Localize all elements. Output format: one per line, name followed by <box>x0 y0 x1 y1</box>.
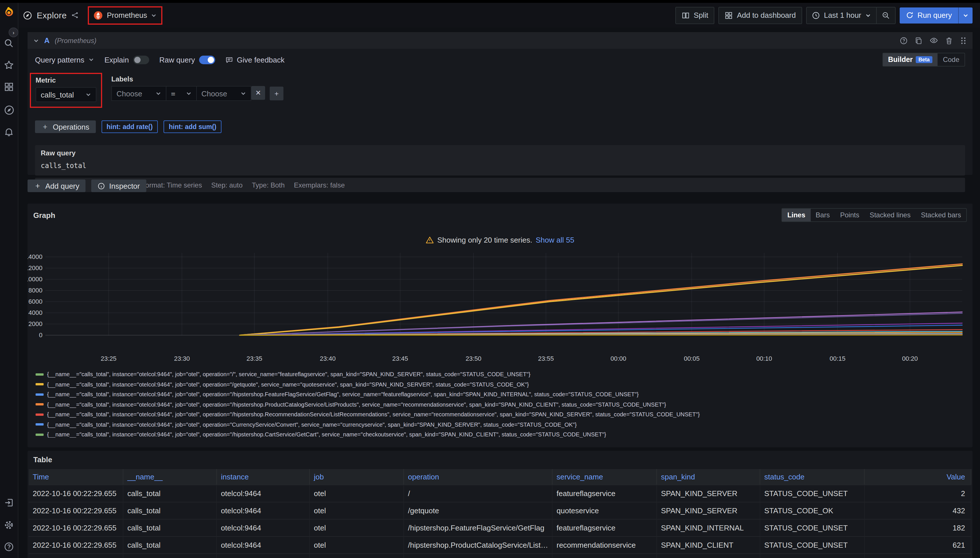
column-header-time[interactable]: Time <box>29 469 123 484</box>
sign-in-icon[interactable] <box>0 498 18 507</box>
table-cell: 182 <box>865 519 972 536</box>
column-header-job[interactable]: job <box>310 469 404 484</box>
graph-mode-stacked-lines[interactable]: Stacked lines <box>864 209 916 222</box>
x-axis-tick: 23:35 <box>247 355 262 362</box>
column-header-spankind[interactable]: span_kind <box>657 469 760 484</box>
star-icon[interactable] <box>0 60 18 70</box>
grafana-logo-icon[interactable] <box>3 6 15 18</box>
zoom-out-icon <box>882 11 890 19</box>
table-cell: calls_total <box>123 536 217 553</box>
datasource-picker[interactable]: Prometheus <box>94 11 157 20</box>
remove-label-filter-button[interactable]: ✕ <box>251 86 265 100</box>
legend-item[interactable]: {__name__="calls_total", instance="otelc… <box>36 379 973 389</box>
legend-item[interactable]: {__name__="calls_total", instance="otelc… <box>36 430 973 438</box>
legend-label: {__name__="calls_total", instance="otelc… <box>47 399 666 409</box>
graph-mode-lines[interactable]: Lines <box>782 209 811 222</box>
label-value-select[interactable]: Choose <box>197 86 251 101</box>
table-row[interactable]: 2022-10-16 00:22:29.655calls_totalotelco… <box>29 553 972 558</box>
x-axis-tick: 23:55 <box>538 355 554 362</box>
grafana-explore-app: › <box>0 0 980 558</box>
legend-label: {__name__="calls_total", instance="otelc… <box>47 389 639 399</box>
table-cell: otel <box>310 553 404 558</box>
column-header-statuscode[interactable]: status_code <box>760 469 865 484</box>
legend-swatch-icon <box>36 373 44 376</box>
apps-icon[interactable] <box>0 82 18 92</box>
explain-toggle[interactable]: Explain <box>104 55 149 64</box>
table-cell: 2022-10-16 00:22:29.655 <box>29 484 123 502</box>
chevron-down-icon <box>33 38 39 43</box>
legend-label: {__name__="calls_total", instance="otelc… <box>47 430 606 438</box>
query-hint-button[interactable]: hint: add rate() <box>101 120 158 133</box>
toggle-on <box>199 55 215 64</box>
run-query-button[interactable]: Run query <box>899 7 973 23</box>
sync-icon <box>906 11 913 19</box>
table-cell: 2022-10-16 00:22:29.655 <box>29 519 123 536</box>
gear-icon[interactable] <box>0 520 18 530</box>
label-name-select[interactable]: Choose <box>111 86 166 101</box>
label-operator-select[interactable]: = <box>166 86 197 101</box>
drag-handle-icon[interactable] <box>960 36 967 44</box>
legend-item[interactable]: {__name__="calls_total", instance="otelc… <box>36 389 973 399</box>
table-cell: otel <box>310 536 404 553</box>
legend-item[interactable]: {__name__="calls_total", instance="otelc… <box>36 420 973 430</box>
query-row-header[interactable]: A (Prometheus) <box>28 32 973 49</box>
table-row[interactable]: 2022-10-16 00:22:29.655calls_totalotelco… <box>29 536 972 553</box>
share-icon[interactable] <box>71 11 79 19</box>
table-row[interactable]: 2022-10-16 00:22:29.655calls_totalotelco… <box>29 484 972 502</box>
add-to-dashboard-button[interactable]: Add to dashboard <box>719 7 802 24</box>
table-cell: 2022-10-16 00:22:29.655 <box>29 502 123 519</box>
code-tab[interactable]: Code <box>938 53 965 66</box>
table-cell: SPAN_KIND_SERVER <box>657 484 760 502</box>
hide-query-icon[interactable] <box>929 36 938 45</box>
top-strip <box>0 0 980 3</box>
table-cell: otelcol:9464 <box>217 502 310 519</box>
explore-compass-icon[interactable] <box>0 105 18 115</box>
legend-item[interactable]: {__name__="calls_total", instance="otelc… <box>36 369 973 379</box>
duplicate-query-icon[interactable] <box>914 36 922 44</box>
table-row[interactable]: 2022-10-16 00:22:29.655calls_totalotelco… <box>29 519 972 536</box>
builder-tab[interactable]: Builder Beta <box>883 53 937 66</box>
split-button[interactable]: Split <box>675 7 715 24</box>
option-summary-item: Step: auto <box>211 181 242 189</box>
bell-icon[interactable] <box>0 127 18 136</box>
column-header-name[interactable]: __name__ <box>123 469 217 484</box>
metric-select[interactable]: calls_total <box>36 87 96 102</box>
plus-icon: ＋ <box>41 121 49 132</box>
graph-mode-stacked-bars[interactable]: Stacked bars <box>916 209 966 222</box>
table-cell: /getquote <box>404 502 552 519</box>
operations-button[interactable]: ＋ Operations <box>35 120 95 133</box>
legend-item[interactable]: {__name__="calls_total", instance="otelc… <box>36 399 973 409</box>
search-icon[interactable] <box>0 38 18 48</box>
help-icon[interactable] <box>0 542 18 552</box>
graph-legend: {__name__="calls_total", instance="otelc… <box>36 369 973 438</box>
add-label-filter-button[interactable]: ＋ <box>270 87 283 100</box>
graph-mode-points[interactable]: Points <box>835 209 864 222</box>
column-header-servicename[interactable]: service_name <box>552 469 657 484</box>
run-query-dropdown[interactable] <box>958 7 973 23</box>
time-series-chart[interactable]: 0200040006000800010000120001400023:2523:… <box>28 245 973 369</box>
y-axis-tick: 10000 <box>28 276 43 283</box>
sidebar-expand-button[interactable]: › <box>8 28 18 37</box>
query-patterns-dropdown[interactable]: Query patterns <box>35 55 94 64</box>
legend-item[interactable]: {__name__="calls_total", instance="otelc… <box>36 409 973 420</box>
table-cell: /hipstershop.RecommendationService/ListR… <box>404 553 552 558</box>
column-header-operation[interactable]: operation <box>404 469 552 484</box>
query-help-icon[interactable] <box>899 36 908 44</box>
table-row[interactable]: 2022-10-16 00:22:29.655calls_totalotelco… <box>29 502 972 519</box>
graph-mode-bars[interactable]: Bars <box>811 209 835 222</box>
query-hint-button[interactable]: hint: add sum() <box>163 120 222 133</box>
graph-mode-switch: LinesBarsPointsStacked linesStacked bars <box>781 208 967 222</box>
column-header-value[interactable]: Value <box>865 469 972 484</box>
split-icon <box>682 11 690 19</box>
annotation-box-datasource: Prometheus <box>88 6 163 25</box>
give-feedback-link[interactable]: Give feedback <box>225 55 284 64</box>
show-all-series-link[interactable]: Show all 55 <box>536 236 574 244</box>
add-query-button[interactable]: ＋ Add query <box>28 179 86 192</box>
results-table: Time__name__instancejoboperationservice_… <box>29 469 972 558</box>
column-header-instance[interactable]: instance <box>217 469 310 484</box>
raw-query-toggle[interactable]: Raw query <box>159 55 215 64</box>
zoom-out-button[interactable] <box>876 7 895 23</box>
time-range-button[interactable]: Last 1 hour <box>807 7 876 23</box>
delete-query-icon[interactable] <box>945 36 953 44</box>
inspector-button[interactable]: Inspector <box>92 179 146 192</box>
